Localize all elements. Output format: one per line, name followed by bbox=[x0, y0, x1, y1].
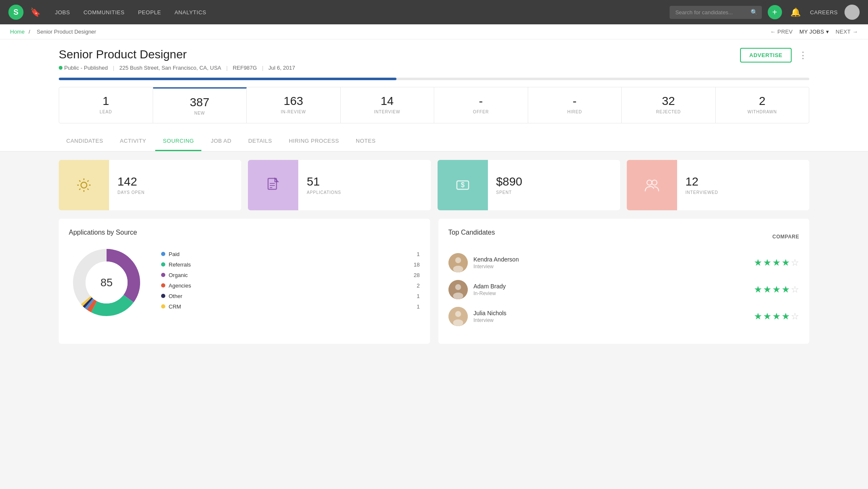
candidate-stars: ★★★★☆ bbox=[754, 284, 799, 295]
next-arrow-icon: → bbox=[852, 29, 858, 35]
candidate-avatar bbox=[448, 253, 468, 272]
source-card-icon-pink bbox=[627, 160, 677, 210]
candidate-row[interactable]: Julia Nichols Interview ★★★★☆ bbox=[448, 307, 800, 326]
stat-item-lead[interactable]: 1 LEAD bbox=[59, 87, 153, 123]
candidate-stars: ★★★★☆ bbox=[754, 311, 799, 322]
legend-label: CRM bbox=[169, 303, 181, 310]
star-filled-icon: ★ bbox=[763, 257, 772, 268]
legend-label: Organic bbox=[169, 272, 188, 278]
candidate-name: Adam Brady bbox=[474, 283, 748, 290]
tab-hiring-process[interactable]: HIRING PROCESS bbox=[281, 132, 347, 151]
star-empty-icon: ☆ bbox=[791, 257, 799, 268]
stat-value: 14 bbox=[346, 95, 429, 108]
tab-candidates[interactable]: CANDIDATES bbox=[59, 132, 111, 151]
candidate-row[interactable]: Adam Brady In-Review ★★★★☆ bbox=[448, 280, 800, 299]
advertise-button[interactable]: ADVERTISE bbox=[740, 48, 792, 63]
svg-point-15 bbox=[647, 180, 652, 185]
progress-bar bbox=[59, 78, 396, 80]
applications-chart-card: Applications by Source bbox=[59, 219, 430, 344]
add-button[interactable]: + bbox=[768, 5, 782, 19]
stat-item-rejected[interactable]: 32 REJECTED bbox=[622, 87, 716, 123]
legend-left: Referrals bbox=[161, 261, 191, 268]
legend-label: Other bbox=[169, 293, 182, 299]
chevron-down-icon: ▾ bbox=[826, 29, 829, 35]
job-location: 225 Bush Street, San Francisco, CA, USA bbox=[119, 65, 221, 71]
careers-link[interactable]: CAREERS bbox=[810, 9, 838, 16]
star-empty-icon: ☆ bbox=[791, 311, 799, 322]
source-card-label: INTERVIEWED bbox=[686, 190, 718, 195]
legend-left: Other bbox=[161, 293, 182, 299]
top-candidates-card: Top Candidates COMPARE Kendra Anderson I… bbox=[438, 219, 810, 344]
prev-button[interactable]: ← PREV bbox=[770, 29, 793, 35]
stat-label: IN-REVIEW bbox=[252, 110, 335, 114]
stat-item-withdrawn[interactable]: 2 WITHDRAWN bbox=[716, 87, 809, 123]
legend-item-referrals: Referrals 18 bbox=[161, 261, 420, 268]
stat-label: LEAD bbox=[64, 110, 148, 114]
tabs-row: CANDIDATESACTIVITYSOURCINGJOB ADDETAILSH… bbox=[0, 132, 868, 152]
bookmark-icon[interactable]: 🔖 bbox=[30, 7, 41, 17]
source-card-info: 51 APPLICATIONS bbox=[298, 168, 349, 201]
legend-item-agencies: Agencies 2 bbox=[161, 282, 420, 289]
nav-link-jobs[interactable]: JOBS bbox=[49, 6, 76, 19]
compare-button[interactable]: COMPARE bbox=[772, 234, 799, 240]
tab-activity[interactable]: ACTIVITY bbox=[112, 132, 154, 151]
svg-point-27 bbox=[453, 266, 463, 272]
app-logo[interactable]: S bbox=[8, 5, 23, 20]
legend-count: 2 bbox=[417, 282, 420, 289]
status-dot: Public - Published bbox=[59, 65, 108, 71]
stat-item-offer[interactable]: - OFFER bbox=[434, 87, 528, 123]
notifications-bell-icon[interactable]: 🔔 bbox=[790, 7, 801, 17]
search-icon: 🔍 bbox=[751, 9, 758, 16]
tab-job-ad[interactable]: JOB AD bbox=[203, 132, 239, 151]
svg-line-6 bbox=[87, 188, 89, 190]
search-wrap: 🔍 bbox=[670, 6, 762, 19]
source-card-label: SPENT bbox=[496, 190, 522, 195]
star-filled-icon: ★ bbox=[772, 284, 781, 295]
stat-item-new[interactable]: 387 NEW bbox=[153, 87, 247, 123]
star-filled-icon: ★ bbox=[782, 257, 790, 268]
source-card-value: 142 bbox=[117, 175, 145, 188]
next-button[interactable]: NEXT → bbox=[836, 29, 858, 35]
nav-link-analytics[interactable]: ANALYTICS bbox=[169, 6, 212, 19]
breadcrumb-home[interactable]: Home bbox=[10, 29, 25, 35]
stat-item-in-review[interactable]: 163 IN-REVIEW bbox=[247, 87, 341, 123]
nav-link-people[interactable]: PEOPLE bbox=[132, 6, 167, 19]
avatar-placeholder bbox=[448, 253, 468, 272]
source-card-label: APPLICATIONS bbox=[307, 190, 341, 195]
source-card-info: 142 DAYS OPEN bbox=[109, 168, 153, 201]
nav-link-communities[interactable]: COMMUNITIES bbox=[78, 6, 130, 19]
tab-notes[interactable]: NOTES bbox=[348, 132, 383, 151]
stat-item-interview[interactable]: 14 INTERVIEW bbox=[341, 87, 435, 123]
stat-label: OFFER bbox=[439, 110, 523, 114]
candidate-name: Kendra Anderson bbox=[474, 256, 748, 263]
candidates-list: Kendra Anderson Interview ★★★★☆ Adam Bra… bbox=[448, 253, 800, 326]
svg-text:$: $ bbox=[461, 181, 464, 188]
avatar-placeholder bbox=[448, 307, 468, 326]
more-options-icon[interactable]: ⋮ bbox=[797, 48, 809, 63]
source-card-info: $890 SPENT bbox=[488, 168, 531, 201]
stat-item-hired[interactable]: - HIRED bbox=[528, 87, 622, 123]
stat-label: REJECTED bbox=[627, 110, 710, 114]
candidates-title: Top Candidates bbox=[448, 229, 495, 236]
legend-count: 18 bbox=[414, 261, 420, 268]
my-jobs-label: MY JOBS bbox=[800, 29, 824, 35]
legend-label: Agencies bbox=[169, 282, 191, 289]
tab-details[interactable]: DETAILS bbox=[241, 132, 280, 151]
user-avatar[interactable] bbox=[845, 5, 860, 20]
candidate-row[interactable]: Kendra Anderson Interview ★★★★☆ bbox=[448, 253, 800, 272]
star-filled-icon: ★ bbox=[772, 257, 781, 268]
candidate-info: Julia Nichols Interview bbox=[474, 310, 748, 323]
legend-left: Agencies bbox=[161, 282, 191, 289]
tab-sourcing[interactable]: SOURCING bbox=[155, 132, 201, 151]
legend-left: Paid bbox=[161, 251, 180, 257]
stat-value: 163 bbox=[252, 95, 335, 108]
my-jobs-button[interactable]: MY JOBS ▾ bbox=[800, 29, 829, 35]
stat-label: HIRED bbox=[533, 110, 617, 114]
source-card-icon-yellow bbox=[59, 160, 109, 210]
breadcrumb-separator: / bbox=[29, 29, 31, 35]
candidate-name: Julia Nichols bbox=[474, 310, 748, 316]
job-title-section: Senior Product Designer Public - Publish… bbox=[59, 48, 295, 71]
legend-count: 1 bbox=[417, 251, 420, 257]
search-input[interactable] bbox=[670, 6, 762, 19]
star-filled-icon: ★ bbox=[782, 284, 790, 295]
